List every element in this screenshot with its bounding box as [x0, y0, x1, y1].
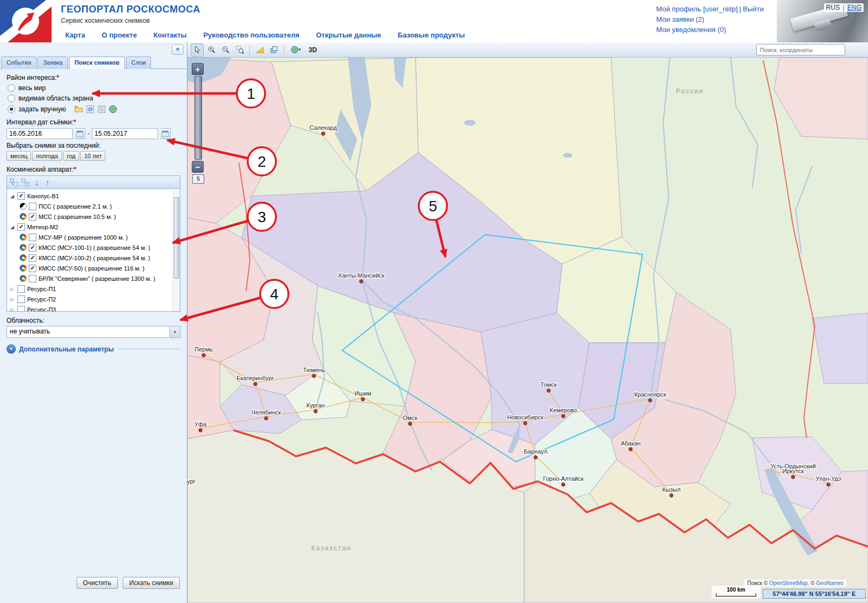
zoom-slider[interactable]	[194, 76, 202, 160]
zoom-in-tool-icon[interactable]	[205, 43, 218, 56]
expand-node-icon[interactable]: ▷	[9, 307, 15, 312]
radio-label: весь мир	[18, 84, 46, 92]
tree-checkbox[interactable]: ✓	[29, 213, 36, 221]
radio-circle[interactable]	[8, 105, 15, 113]
region-of-interest-label: Район интереса:*	[7, 74, 180, 81]
zoom-out-tool-icon[interactable]	[219, 43, 232, 56]
nav-link-contacts[interactable]: Контакты	[153, 31, 186, 39]
osm-link[interactable]: OpenStreetMap,	[769, 580, 809, 586]
period-10years-button[interactable]: 10 лет	[80, 151, 106, 161]
tree-item[interactable]: ▷Ресурс-П1	[9, 284, 172, 294]
basemap-globe-icon[interactable]: ▼	[287, 43, 305, 56]
tree-item[interactable]: ◢✓Метеор-М2	[9, 222, 172, 232]
lang-eng-link[interactable]: ENG	[847, 4, 861, 11]
tree-item[interactable]: ✓КМСС (МСУ-100-2) ( разрешение 54 м. )	[9, 253, 172, 263]
coordinates-list-icon[interactable]	[97, 105, 106, 114]
tab-image-search[interactable]: Поиск снимков	[69, 56, 125, 69]
radio-whole-world[interactable]: весь мир	[8, 84, 179, 92]
tab-layers[interactable]: Слои	[126, 56, 152, 69]
nav-link-about[interactable]: О проекте	[102, 31, 137, 39]
map-search-input[interactable]	[756, 44, 845, 55]
nav-link-map[interactable]: Карта	[65, 31, 85, 39]
period-halfyear-button[interactable]: полгода	[32, 151, 61, 161]
tree-item[interactable]: ▷Ресурс-П3	[9, 304, 172, 311]
tree-checkbox[interactable]: ✓	[29, 265, 36, 272]
geonames-link[interactable]: GeoNames	[816, 580, 844, 586]
nav-link-open-data[interactable]: Открытые данные	[316, 31, 381, 39]
tree-item-label: КМСС (МСУ-50) ( разрешение 116 м. )	[39, 265, 144, 272]
date-to-picker-button[interactable]	[160, 128, 171, 139]
tree-checkbox[interactable]	[17, 285, 25, 293]
tree-item-label: Канопус-В1	[27, 193, 59, 199]
chevron-down-icon[interactable]: ▼	[169, 326, 180, 337]
tree-item[interactable]: ✓КМСС (МСУ-100-1) ( разрешение 54 м. )	[9, 242, 172, 253]
cloudiness-select[interactable]: не учитывать ▼	[7, 326, 180, 338]
zoom-out-button[interactable]: −	[192, 161, 204, 173]
move-up-icon[interactable]: ↑	[43, 178, 52, 187]
tree-item[interactable]: ПСС ( разрешение 2.1 м. )	[9, 201, 172, 211]
tree-checkbox[interactable]: ✓	[29, 254, 36, 262]
collapse-node-icon[interactable]: ◢	[9, 193, 15, 199]
my-notifications-link[interactable]: Мои уведомления (0)	[656, 26, 726, 34]
tree-checkbox[interactable]: ✓	[29, 244, 36, 252]
tree-item[interactable]: БРЛК "Северянин" ( разрешение 1300 м. )	[9, 273, 172, 284]
tree-item[interactable]: ✓КМСС (МСУ-50) ( разрешение 116 м. )	[9, 263, 172, 273]
radio-circle[interactable]	[8, 84, 15, 92]
collapse-all-icon[interactable]	[21, 178, 30, 187]
box-zoom-tool-icon[interactable]	[233, 43, 246, 56]
tab-request[interactable]: Заявка	[37, 56, 68, 69]
lang-rus[interactable]: RUS	[826, 4, 840, 11]
tree-item[interactable]: МСУ-МР ( разрешение 1000 м. )	[9, 232, 172, 242]
expand-node-icon[interactable]: ▷	[9, 286, 15, 292]
radio-manual-area[interactable]: задать вручную	[8, 105, 179, 114]
tree-checkbox[interactable]	[17, 306, 25, 312]
logout-link[interactable]: Выйти	[743, 5, 764, 13]
required-mark: *	[56, 74, 59, 81]
tree-checkbox[interactable]	[17, 296, 25, 303]
search-images-button[interactable]: Искать снимки	[123, 577, 180, 589]
tree-scrollbar[interactable]	[173, 191, 180, 311]
scale-label: 100 km	[716, 587, 756, 593]
my-requests-link[interactable]: Мои заявки (2)	[656, 15, 705, 23]
expand-node-icon[interactable]: ▷	[9, 297, 15, 302]
city-dot	[547, 389, 550, 392]
measure-tool-icon[interactable]	[253, 43, 266, 56]
import-file-icon[interactable]	[74, 105, 83, 114]
map-canvas[interactable]: РоссияКазахстан СалехардХанты-МансийскПе…	[187, 58, 868, 603]
sidebar-collapse-button[interactable]: «	[172, 45, 184, 55]
tree-checkbox[interactable]	[29, 275, 36, 282]
nav-link-manual[interactable]: Руководство пользователя	[203, 31, 299, 39]
tree-checkbox[interactable]: ✓	[17, 192, 25, 200]
view-3d-button[interactable]: 3D	[309, 46, 317, 54]
spacecraft-label: Космический аппарат:*	[7, 166, 180, 173]
additional-params-toggle[interactable]: ▼	[7, 344, 16, 354]
globe-region-icon[interactable]	[109, 105, 117, 114]
profile-link[interactable]: Мой профиль [user_niitp]	[656, 5, 738, 13]
tree-checkbox[interactable]	[29, 203, 36, 210]
zoom-in-button[interactable]: +	[192, 63, 204, 75]
period-year-button[interactable]: год	[63, 151, 79, 161]
tree-item[interactable]: ▷Ресурс-П2	[9, 294, 172, 304]
date-from-picker-button[interactable]	[75, 128, 85, 139]
tree-checkbox[interactable]: ✓	[17, 223, 25, 231]
tab-events[interactable]: События	[1, 56, 36, 69]
move-down-icon[interactable]: ↓	[33, 178, 41, 187]
date-from-input[interactable]	[7, 128, 73, 139]
layers-icon[interactable]	[267, 43, 280, 56]
additional-params-label[interactable]: Дополнительные параметры	[19, 346, 114, 353]
collapse-node-icon[interactable]: ◢	[9, 224, 15, 230]
expand-all-icon[interactable]	[10, 178, 18, 187]
pointer-tool-icon[interactable]	[191, 43, 204, 56]
date-to-input[interactable]	[92, 128, 158, 139]
radio-circle[interactable]	[8, 95, 15, 102]
period-month-button[interactable]: месяц	[7, 151, 31, 161]
tree-item[interactable]: ◢✓Канопус-В1	[9, 191, 172, 201]
tree-checkbox[interactable]	[29, 234, 36, 241]
tree-item[interactable]: ✓МСС ( разрешение 10.5 м. )	[9, 211, 172, 222]
base-map[interactable]: РоссияКазахстан СалехардХанты-МансийскПе…	[187, 58, 868, 603]
draw-polygon-icon[interactable]	[86, 105, 95, 114]
tree-scrollbar-thumb[interactable]	[174, 197, 179, 279]
nav-link-base-products[interactable]: Базовые продукты	[398, 31, 465, 39]
clear-button[interactable]: Очистить	[77, 577, 118, 589]
radio-visible-area[interactable]: видимая область экрана	[8, 95, 179, 102]
